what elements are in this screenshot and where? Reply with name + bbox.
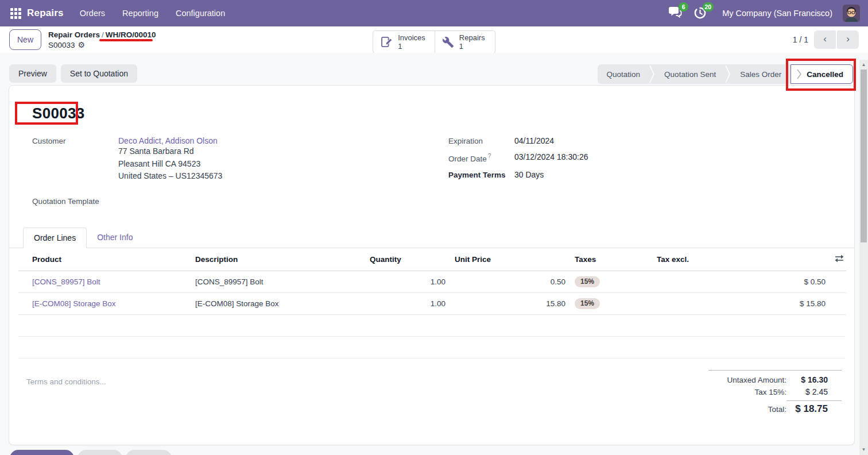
- untaxed-amount-value: $ 16.30: [786, 375, 842, 384]
- payment-terms-field[interactable]: 30 Days: [514, 170, 544, 179]
- unit-price-cell[interactable]: 15.80: [450, 292, 570, 314]
- column-description[interactable]: Description: [191, 248, 365, 271]
- chevron-right-icon: [797, 69, 802, 79]
- total-value: $ 18.75: [786, 400, 842, 415]
- column-taxes[interactable]: Taxes: [570, 248, 652, 271]
- scroll-up-icon[interactable]: ▲: [859, 61, 868, 69]
- tax-badge[interactable]: 15%: [575, 276, 600, 287]
- optional-columns-icon[interactable]: [835, 255, 844, 263]
- column-product[interactable]: Product: [18, 248, 191, 271]
- table-row[interactable]: [E-COM08] Storage Box [E-COM08] Storage …: [18, 292, 846, 314]
- pager-next-button[interactable]: ›: [837, 30, 859, 49]
- record-title[interactable]: S00033: [32, 105, 854, 122]
- pager-previous-button[interactable]: ‹: [814, 30, 836, 49]
- activities-icon[interactable]: 20: [693, 6, 708, 20]
- quantity-cell[interactable]: 1.00: [365, 292, 450, 314]
- menu-configuration[interactable]: Configuration: [176, 9, 225, 18]
- chatter-primary-button[interactable]: [10, 450, 74, 455]
- invoices-stat-button[interactable]: Invoices 1: [373, 31, 435, 53]
- sheet-bottom: Terms and conditions... Untaxed Amount: …: [26, 370, 842, 418]
- wrench-icon: [442, 36, 454, 48]
- status-quotation[interactable]: Quotation: [598, 64, 650, 84]
- gear-icon[interactable]: ⚙: [78, 41, 86, 49]
- order-date-field[interactable]: 03/12/2024 18:30:26: [514, 152, 588, 163]
- preview-button[interactable]: Preview: [9, 64, 56, 83]
- chatter-button[interactable]: [78, 450, 122, 455]
- breadcrumb-record-name: S00033: [48, 41, 75, 49]
- tax-badge[interactable]: 15%: [575, 298, 600, 309]
- total-label: Total:: [768, 405, 786, 414]
- user-avatar[interactable]: [843, 5, 860, 22]
- breadcrumb-current[interactable]: WH/RO/00010: [106, 30, 156, 39]
- set-to-quotation-button[interactable]: Set to Quotation: [61, 64, 137, 83]
- stat-label: Invoices: [398, 33, 425, 42]
- vertical-scrollbar[interactable]: ▲ ▼: [859, 60, 868, 455]
- table-header-row: Product Description Quantity Unit Price …: [18, 248, 846, 271]
- payment-terms-label: Payment Terms: [448, 170, 514, 179]
- tab-order-lines[interactable]: Order Lines: [23, 228, 87, 248]
- customer-address-line: Pleasant Hill CA 94523: [118, 158, 222, 171]
- control-panel: New Repair Orders/WH/RO/00010 S00033 ⚙ I…: [0, 26, 868, 53]
- product-link[interactable]: [CONS_89957] Bolt: [32, 277, 100, 286]
- status-bar: Quotation Quotation Sent Sales Order Can…: [598, 64, 853, 84]
- status-cancelled[interactable]: Cancelled: [790, 64, 853, 84]
- breadcrumb: Repair Orders/WH/RO/00010 S00033 ⚙: [48, 30, 156, 49]
- order-date-label: Order Date?: [448, 152, 514, 163]
- breadcrumb-separator: /: [100, 30, 106, 39]
- help-icon: ?: [488, 153, 491, 159]
- apps-grid-icon[interactable]: [10, 8, 21, 19]
- tax-excl-cell: $ 0.50: [652, 271, 830, 292]
- customer-address-line: United States – US12345673: [118, 170, 222, 183]
- scrollbar-thumb[interactable]: [861, 70, 867, 242]
- terms-placeholder[interactable]: Terms and conditions...: [26, 370, 106, 418]
- form-sheet: S00033 Customer Deco Addict, Addison Ols…: [9, 85, 855, 445]
- main-menu: Orders Reporting Configuration: [80, 9, 225, 18]
- top-navbar: Repairs Orders Reporting Configuration 6…: [0, 0, 868, 26]
- navbar-right: 6 20 My Company (San Francisco): [668, 5, 860, 22]
- status-sales-order[interactable]: Sales Order: [731, 64, 790, 84]
- tax-label: Tax 15%:: [754, 388, 786, 396]
- chevron-right-icon: [725, 64, 731, 84]
- menu-orders[interactable]: Orders: [80, 9, 105, 18]
- app-brand[interactable]: Repairs: [27, 7, 64, 19]
- chevron-right-icon: [649, 64, 655, 84]
- empty-line[interactable]: [18, 337, 845, 358]
- page: Repairs Orders Reporting Configuration 6…: [0, 0, 868, 455]
- company-switcher[interactable]: My Company (San Francisco): [722, 9, 832, 18]
- customer-link[interactable]: Deco Addict, Addison Olson: [118, 136, 222, 145]
- messages-count-badge: 6: [679, 2, 688, 11]
- messages-icon[interactable]: 6: [668, 6, 683, 20]
- untaxed-amount-label: Untaxed Amount:: [727, 376, 786, 384]
- tab-other-info[interactable]: Other Info: [87, 228, 143, 248]
- expiration-field[interactable]: 04/11/2024: [514, 136, 554, 145]
- customer-address-line: 77 Santa Barbara Rd: [118, 145, 222, 158]
- action-row: Preview Set to Quotation Quotation Quota…: [9, 64, 853, 84]
- breadcrumb-repair-orders[interactable]: Repair Orders: [48, 30, 100, 39]
- invoice-edit-icon: [380, 36, 393, 48]
- notebook-tabs: Order Lines Other Info: [9, 228, 854, 248]
- product-link[interactable]: [E-COM08] Storage Box: [32, 299, 116, 308]
- column-quantity[interactable]: Quantity: [365, 248, 450, 271]
- menu-reporting[interactable]: Reporting: [122, 9, 158, 18]
- scroll-down-icon[interactable]: ▼: [859, 446, 868, 454]
- repairs-stat-button[interactable]: Repairs 1: [435, 31, 495, 53]
- tax-value: $ 2.45: [786, 387, 842, 396]
- chatter-buttons: [10, 450, 868, 455]
- field-grid: Customer Deco Addict, Addison Olson 77 S…: [32, 136, 831, 213]
- chatter-button[interactable]: [126, 450, 172, 455]
- stat-count: 1: [398, 42, 425, 51]
- expiration-label: Expiration: [448, 136, 514, 145]
- status-quotation-sent[interactable]: Quotation Sent: [655, 64, 725, 84]
- description-cell[interactable]: [E-COM08] Storage Box: [191, 292, 365, 314]
- new-button[interactable]: New: [9, 29, 41, 50]
- stat-button-group: Invoices 1 Repairs 1: [373, 30, 495, 53]
- unit-price-cell[interactable]: 0.50: [450, 271, 570, 292]
- description-cell[interactable]: [CONS_89957] Bolt: [191, 271, 365, 292]
- column-unit-price[interactable]: Unit Price: [450, 248, 570, 271]
- column-tax-excl[interactable]: Tax excl.: [652, 248, 830, 271]
- table-row[interactable]: [CONS_89957] Bolt [CONS_89957] Bolt 1.00…: [18, 271, 846, 292]
- customer-label: Customer: [32, 136, 118, 183]
- pager-count: 1 / 1: [793, 35, 808, 44]
- quantity-cell[interactable]: 1.00: [365, 271, 450, 292]
- empty-line[interactable]: [18, 315, 845, 337]
